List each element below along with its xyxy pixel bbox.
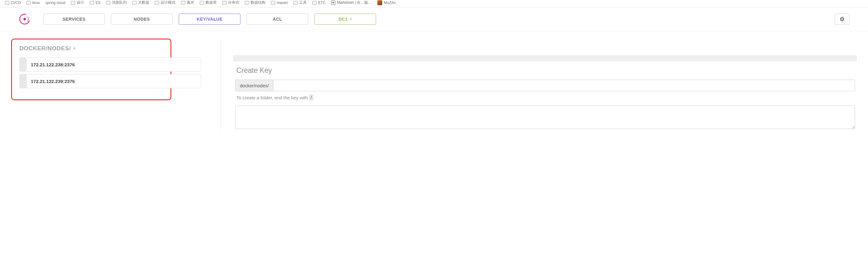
folder-icon	[312, 1, 316, 5]
folder-icon	[106, 1, 110, 5]
folder-icon	[27, 1, 31, 5]
bookmark-item[interactable]: 分布式	[222, 0, 239, 5]
folder-icon	[293, 1, 298, 5]
folder-icon	[181, 1, 185, 5]
key-list-panel: DOCKER/NODES/ + 172.21.122.238:2376 172.…	[11, 38, 208, 130]
panel-header-bar	[233, 55, 857, 61]
svg-point-2	[27, 17, 28, 18]
key-list: 172.21.122.238:2376 172.21.122.239:2376	[20, 57, 201, 88]
svg-point-5	[27, 21, 28, 22]
breadcrumb: DOCKER/NODES/ +	[20, 45, 163, 52]
bookmark-item[interactable]: 设计	[71, 0, 84, 5]
highlight-annotation: DOCKER/NODES/ + 172.21.122.238:2376 172.…	[11, 38, 172, 100]
bookmark-label: Markdown | 在…版…	[337, 0, 372, 5]
help-text-label: To create a folder, end the key with	[237, 95, 308, 100]
bookmark-item[interactable]: ETC	[312, 1, 326, 5]
bookmark-item-markdown[interactable]: MMarkdown | 在…版…	[331, 0, 372, 5]
bookmark-item[interactable]: 数据库	[200, 0, 217, 5]
bookmark-item[interactable]: 大数据	[132, 0, 149, 5]
bookmark-item[interactable]: spring cloud	[45, 1, 65, 5]
top-nav: SERVICES NODES KEY/VALUE ACL DC1	[0, 7, 868, 31]
bookmark-item[interactable]: linux	[27, 1, 40, 5]
bookmark-item[interactable]: CI/CD	[5, 1, 21, 5]
folder-icon	[132, 1, 136, 5]
key-item[interactable]: 172.21.122.238:2376	[20, 57, 201, 71]
nav-dc-dropdown[interactable]: DC1	[314, 13, 376, 25]
bookmark-label: 设计	[77, 0, 84, 5]
bookmark-label: 数据结构	[251, 0, 266, 5]
nav-nodes-button[interactable]: NODES	[111, 13, 173, 25]
bookmark-label: ES	[96, 1, 100, 5]
main-content: DOCKER/NODES/ + 172.21.122.238:2376 172.…	[0, 31, 868, 130]
folder-icon	[155, 1, 159, 5]
svg-point-3	[28, 18, 29, 19]
bookmark-label: 工具	[299, 0, 307, 5]
bookmark-item[interactable]: 工具	[293, 0, 307, 5]
bookmark-label: linux	[32, 1, 40, 5]
nav-label: DC1	[338, 17, 348, 22]
avatar-icon	[377, 0, 382, 5]
divider	[221, 38, 221, 130]
nav-label: NODES	[134, 17, 150, 22]
folder-icon	[200, 1, 204, 5]
folder-icon	[5, 1, 9, 5]
panel-title: Create Key	[233, 66, 857, 80]
bookmark-label: 消息队列	[112, 0, 127, 5]
folder-icon	[71, 1, 75, 5]
bookmark-label: 高并	[187, 0, 194, 5]
bookmark-item[interactable]: 消息队列	[106, 0, 127, 5]
nav-services-button[interactable]: SERVICES	[43, 13, 105, 25]
create-key-panel: Create Key docker/nodes/ To create a fol…	[233, 38, 857, 130]
bookmark-label: spring cloud	[45, 1, 65, 5]
bookmark-item[interactable]: 设计模式	[155, 0, 176, 5]
key-item-tab-icon	[20, 74, 27, 88]
chevron-down-icon	[349, 19, 352, 20]
bookmark-label: maven	[277, 1, 288, 5]
nav-label: ACL	[273, 17, 282, 22]
slash-badge: /	[309, 94, 313, 100]
key-item-label: 172.21.122.238:2376	[27, 62, 75, 67]
bookmark-label: 大数据	[138, 0, 149, 5]
gear-icon	[839, 16, 845, 22]
nav-label: SERVICES	[63, 17, 86, 22]
settings-button[interactable]	[835, 13, 849, 25]
consul-logo-icon	[19, 13, 31, 25]
breadcrumb-path[interactable]: DOCKER/NODES/	[20, 45, 71, 52]
bookmark-item-user[interactable]: MuZAn	[377, 0, 396, 5]
key-input-group: docker/nodes/	[235, 80, 855, 91]
key-item-tab-icon	[20, 58, 27, 71]
bookmark-bar: CI/CD linux spring cloud 设计 ES 消息队列 大数据 …	[0, 0, 868, 7]
bookmark-item[interactable]: 高并	[181, 0, 194, 5]
bookmark-item[interactable]: maven	[271, 1, 288, 5]
bookmark-label: MuZAn	[384, 1, 396, 5]
folder-icon	[90, 1, 94, 5]
folder-icon	[271, 1, 275, 5]
bookmark-item[interactable]: ES	[90, 1, 100, 5]
markdown-icon: M	[331, 1, 335, 5]
key-item[interactable]: 172.21.122.239:2376	[20, 74, 201, 88]
svg-point-4	[28, 20, 29, 20]
nav-keyvalue-button[interactable]: KEY/VALUE	[179, 13, 241, 25]
folder-icon	[245, 1, 249, 5]
bookmark-label: ETC	[318, 1, 326, 5]
bookmark-label: 数据库	[206, 0, 217, 5]
bookmark-label: 设计模式	[161, 0, 176, 5]
folder-icon	[222, 1, 226, 5]
key-value-textarea[interactable]	[235, 106, 855, 129]
bookmark-label: CI/CD	[11, 1, 21, 5]
bookmark-label: 分布式	[228, 0, 239, 5]
key-name-input[interactable]	[273, 80, 855, 91]
bookmark-item[interactable]: 数据结构	[245, 0, 266, 5]
svg-point-1	[24, 18, 26, 20]
nav-acl-button[interactable]: ACL	[247, 13, 308, 25]
add-key-plus-button[interactable]: +	[73, 45, 76, 52]
key-prefix-label: docker/nodes/	[236, 80, 273, 91]
nav-label: KEY/VALUE	[197, 17, 222, 22]
key-item-label: 172.21.122.239:2376	[27, 79, 75, 84]
help-text: To create a folder, end the key with /	[233, 91, 857, 104]
